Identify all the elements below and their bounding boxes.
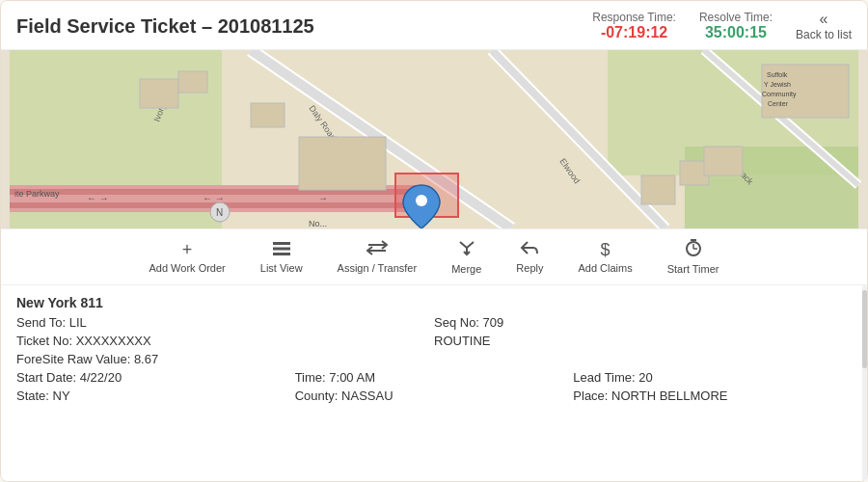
toolbar: + Add Work Order List View [1,228,867,285]
merge-icon [458,239,475,261]
send-to-field: Send To: LIL [16,315,434,330]
svg-text:← →: ← → [87,193,109,203]
page-title: Field Service Ticket – 201081125 [16,15,314,38]
lead-time-field: Lead Time: 20 [573,370,852,385]
time-field: Time: 7:00 AM [295,370,574,385]
svg-text:Y Jewish: Y Jewish [764,81,791,88]
svg-rect-26 [140,79,178,108]
add-work-order-label: Add Work Order [149,262,225,274]
lead-time-value: 20 [638,370,652,385]
send-to-label: Send To: [16,315,69,330]
header-right: Response Time: -07:19:12 Resolve Time: 3… [592,11,852,41]
seq-no-label: Seq No: [434,315,483,330]
response-time-label: Response Time: [592,11,676,24]
seq-no-field: Seq No: 709 [434,315,852,330]
timer-icon [685,239,702,261]
county-value: NASSAU [341,388,393,403]
ticket-row: Ticket No: XXXXXXXXX ROUTINE [16,334,852,348]
svg-rect-25 [251,103,285,127]
header: Field Service Ticket – 201081125 Respons… [1,1,867,50]
foresite-row: ForeSite Raw Value: 8.67 [16,352,852,366]
reply-icon [520,240,539,260]
response-time-value: -07:19:12 [601,24,667,41]
svg-line-44 [460,242,467,248]
back-to-list-label: Back to list [796,28,852,41]
svg-rect-41 [273,253,290,255]
add-work-order-button[interactable]: + Add Work Order [131,236,242,278]
add-claims-button[interactable]: $ Add Claims [560,236,649,278]
svg-text:Center: Center [768,100,789,107]
resolve-time-value: 35:00:15 [705,24,767,41]
routine-value: ROUTINE [434,334,852,348]
merge-button[interactable]: Merge [434,235,499,279]
lead-time-label: Lead Time: [573,370,638,385]
assign-transfer-icon [366,240,388,260]
svg-rect-35 [704,147,743,175]
scrollbar-track [862,285,867,481]
start-date-row: Start Date: 4/22/20 Time: 7:00 AM Lead T… [16,370,852,385]
svg-text:Community: Community [762,91,797,98]
plus-icon: + [182,240,193,260]
svg-text:← →: ← → [203,193,225,203]
start-date-value: 4/22/20 [80,370,122,385]
place-label: Place: [573,388,611,403]
dollar-icon: $ [601,240,610,260]
county-field: County: NASSAU [295,388,574,403]
svg-rect-27 [178,71,207,93]
start-date-field: Start Date: 4/22/20 [16,370,295,385]
start-timer-button[interactable]: Start Timer [650,235,737,279]
org-name: New York 811 [16,295,852,310]
assign-transfer-button[interactable]: Assign / Transfer [320,236,435,278]
map-area[interactable]: ← → ← → → N Ivory L... Daly Road Elwood … [1,50,867,228]
county-label: County: [295,388,341,403]
svg-text:N: N [216,207,223,218]
svg-point-38 [416,195,427,206]
seq-no-value: 709 [483,315,504,330]
svg-text:No...: No... [309,219,327,228]
ticket-no-value: XXXXXXXXX [76,334,151,348]
state-field: State: NY [16,388,295,403]
time-label: Time: [295,370,330,385]
chevron-left-icon: « [820,11,828,28]
resolve-time-block: Resolve Time: 35:00:15 [699,11,773,41]
start-timer-label: Start Timer [667,263,719,275]
time-value: 7:00 AM [329,370,375,385]
list-icon [273,240,290,260]
state-row: State: NY County: NASSAU Place: NORTH BE… [16,388,852,403]
assign-transfer-label: Assign / Transfer [338,262,418,274]
list-view-label: List View [260,262,303,274]
place-field: Place: NORTH BELLMORE [573,388,852,403]
svg-rect-33 [641,175,675,204]
details-panel: New York 811 Send To: LIL Seq No: 709 Ti… [1,285,867,481]
foresite-label: ForeSite Raw Value: [16,352,134,366]
back-to-list-button[interactable]: « Back to list [796,11,852,41]
merge-label: Merge [451,263,481,275]
svg-text:→: → [318,193,328,203]
start-date-label: Start Date: [16,370,80,385]
reply-button[interactable]: Reply [499,236,560,278]
ticket-no-field: Ticket No: XXXXXXXXX [16,334,434,348]
svg-line-45 [467,242,474,248]
main-container: Field Service Ticket – 201081125 Respons… [0,0,868,482]
state-label: State: [16,388,53,403]
foresite-field: ForeSite Raw Value: 8.67 [16,352,158,366]
place-value: NORTH BELLMORE [611,388,727,403]
ticket-no-label: Ticket No: [16,334,76,348]
map-svg: ← → ← → → N Ivory L... Daly Road Elwood … [1,50,867,228]
send-to-value: LIL [69,315,87,330]
svg-text:Suffolk: Suffolk [767,71,788,78]
state-value: NY [53,388,70,403]
scrollbar-thumb[interactable] [862,290,867,368]
add-claims-label: Add Claims [578,262,632,274]
svg-text:ite Parkway: ite Parkway [14,189,60,199]
svg-rect-40 [273,248,290,251]
response-time-block: Response Time: -07:19:12 [592,11,676,41]
svg-rect-39 [273,242,290,245]
list-view-button[interactable]: List View [243,236,320,278]
resolve-time-label: Resolve Time: [699,11,773,24]
svg-rect-24 [299,137,386,190]
send-to-row: Send To: LIL Seq No: 709 [16,315,852,330]
foresite-value: 8.67 [134,352,158,366]
reply-label: Reply [516,262,543,274]
